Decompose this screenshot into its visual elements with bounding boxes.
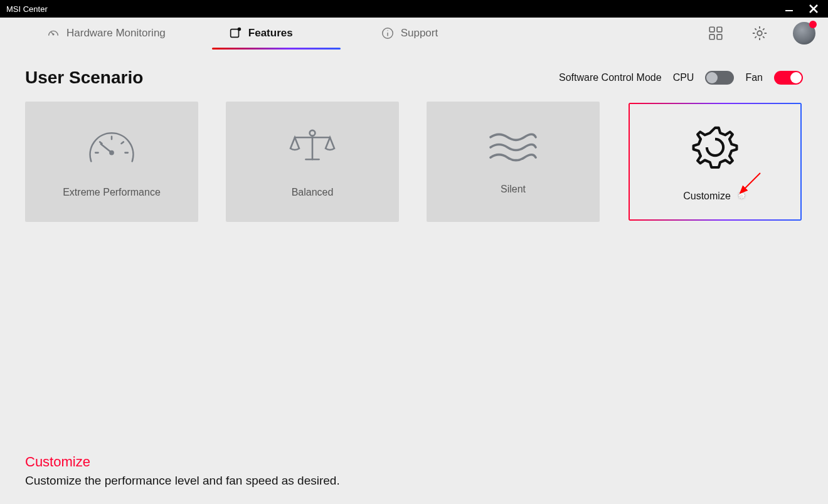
card-label: Extreme Performance — [63, 187, 161, 198]
tab-label: Hardware Monitoring — [66, 27, 166, 39]
square-notification-icon — [228, 26, 242, 40]
card-extreme-performance[interactable]: Extreme Performance — [25, 102, 198, 222]
tab-features[interactable]: Features — [228, 19, 293, 48]
scale-icon — [284, 125, 341, 169]
svg-rect-10 — [709, 27, 714, 32]
svg-line-27 — [740, 173, 760, 193]
tab-label: Features — [248, 27, 293, 39]
card-customize[interactable]: Customize — [627, 102, 803, 222]
tab-hardware-monitoring[interactable]: Hardware Monitoring — [46, 19, 166, 48]
svg-line-20 — [121, 142, 123, 144]
card-label: Silent — [501, 184, 526, 195]
svg-point-14 — [757, 31, 762, 35]
software-control-label: Software Control Mode — [559, 72, 662, 83]
cpu-label: CPU — [673, 72, 694, 83]
tab-label: Support — [401, 27, 438, 39]
close-button[interactable] — [808, 3, 819, 14]
svg-point-16 — [110, 151, 113, 154]
tab-support[interactable]: Support — [381, 19, 438, 48]
card-label: Balanced — [292, 187, 334, 198]
minimize-button[interactable] — [784, 4, 794, 14]
fan-toggle[interactable] — [774, 71, 803, 85]
apps-grid-icon[interactable] — [705, 23, 726, 44]
content: User Scenario Software Control Mode CPU … — [0, 49, 828, 222]
svg-rect-11 — [717, 27, 722, 32]
section-head: User Scenario Software Control Mode CPU … — [25, 68, 803, 88]
window-title: MSI Center — [6, 4, 784, 14]
gauge-icon — [46, 26, 60, 40]
titlebar: MSI Center — [0, 0, 828, 18]
svg-point-23 — [310, 130, 316, 136]
svg-point-4 — [53, 34, 54, 35]
top-nav: Hardware Monitoring Features Support — [0, 18, 828, 49]
footer-panel: Customize Customize the performance leve… — [25, 454, 340, 488]
svg-rect-5 — [230, 29, 238, 38]
waves-icon — [485, 129, 541, 166]
card-silent[interactable]: Silent — [427, 102, 600, 222]
tab-underline — [212, 48, 341, 50]
svg-line-19 — [100, 142, 102, 144]
svg-rect-12 — [709, 34, 714, 39]
section-title: User Scenario — [25, 68, 143, 88]
cpu-toggle[interactable] — [705, 71, 734, 85]
svg-rect-13 — [717, 34, 722, 39]
card-balanced[interactable]: Balanced — [226, 102, 399, 222]
header-right-icons — [705, 18, 815, 49]
annotation-arrow — [735, 171, 763, 198]
section-controls: Software Control Mode CPU Fan — [559, 71, 803, 85]
gear-icon — [689, 122, 741, 173]
notification-dot — [809, 21, 817, 28]
scenario-cards: Extreme Performance Balanced — [25, 102, 803, 222]
fan-label: Fan — [745, 72, 763, 83]
support-icon — [381, 26, 395, 40]
footer-title: Customize — [25, 454, 340, 470]
footer-description: Customize the performance level and fan … — [25, 474, 340, 488]
gauge-icon — [85, 125, 139, 169]
settings-icon[interactable] — [749, 23, 770, 44]
card-label: Customize — [683, 191, 731, 202]
user-avatar[interactable] — [793, 22, 815, 45]
window-controls — [784, 3, 819, 14]
svg-point-6 — [237, 28, 241, 31]
